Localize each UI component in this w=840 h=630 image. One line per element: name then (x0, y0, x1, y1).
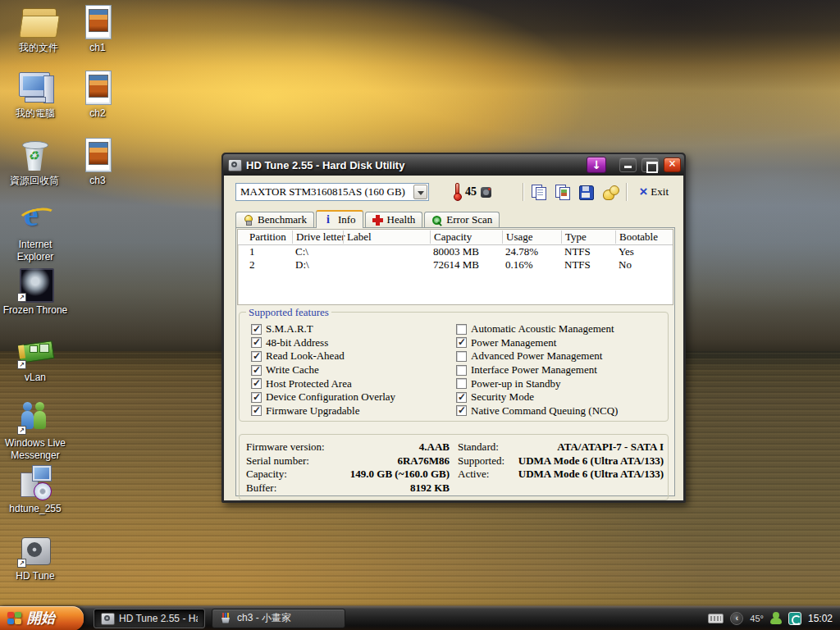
column-header[interactable]: Bootable (615, 231, 673, 244)
checkbox[interactable] (251, 324, 262, 335)
feature-item[interactable]: Firmware Upgradable (251, 404, 456, 418)
tab-icon (323, 215, 334, 226)
detail-value: 8192 KB (410, 482, 450, 495)
desktop-icon[interactable]: Internet Explorer (5, 202, 66, 263)
feature-item[interactable]: Native Command Queuing (NCQ) (456, 404, 618, 418)
taskbar: 開始 HD Tune 2.55 - Hard ... ch3 - 小畫家 ‹ 4… (0, 605, 840, 630)
column-header[interactable]: Partition (246, 231, 292, 244)
feature-label: Advanced Power Management (471, 349, 602, 363)
detail-row: Firmware version: 4.AAB (246, 441, 450, 454)
shortcut-arrow-icon (17, 293, 26, 302)
table-row[interactable]: 1 C:\ 80003 MB 24.78% NTFS Yes (238, 245, 673, 258)
desktop-icon-image (16, 335, 54, 369)
checkbox[interactable] (456, 324, 467, 335)
feature-label: Interface Power Management (471, 363, 597, 377)
save-screenshot-button[interactable] (578, 184, 595, 200)
taskbar-task[interactable]: ch3 - 小畫家 (212, 609, 345, 628)
web-button[interactable] (602, 184, 619, 200)
feature-label: Read Look-Ahead (266, 349, 345, 363)
desktop-icon[interactable]: hdtune_255 (2, 466, 69, 515)
detail-value: 149.0 GB (~160.0 GB) (350, 468, 450, 481)
tab[interactable]: Health (365, 212, 423, 227)
shortcut-arrow-icon (17, 426, 26, 435)
feature-item[interactable]: Power Management (456, 336, 618, 350)
thermometer-icon (454, 183, 460, 201)
detail-row: Capacity: 149.0 GB (~160.0 GB) (246, 468, 450, 482)
detail-label: Standard: (458, 441, 499, 454)
toolbar: Exit (523, 183, 673, 201)
checkbox[interactable] (456, 378, 467, 389)
column-header[interactable]: Type (561, 231, 615, 244)
feature-item[interactable]: Write Cache (251, 363, 456, 377)
desktop-icon[interactable]: ch2 (67, 71, 128, 120)
update-download-button[interactable] (587, 157, 606, 173)
detail-row: Standard: ATA/ATAPI-7 - SATA I (458, 441, 664, 454)
hdtune-window: HD Tune 2.55 - Hard Disk Utility MAXTOR … (221, 153, 686, 503)
checkbox[interactable] (456, 405, 467, 416)
tab[interactable]: Benchmark (235, 212, 314, 227)
desktop-icon[interactable]: 我的電腦 (5, 71, 66, 120)
desktop-icon[interactable]: 我的文件 (8, 5, 69, 54)
checkbox[interactable] (251, 392, 262, 403)
checkbox[interactable] (456, 392, 467, 403)
column-header[interactable]: Capacity (430, 231, 502, 244)
checkbox[interactable] (456, 365, 467, 376)
taskbar-task[interactable]: HD Tune 2.55 - Hard ... (94, 609, 205, 628)
feature-item[interactable]: Host Protected Area (251, 377, 456, 390)
feature-item[interactable]: 48-bit Address (251, 336, 456, 350)
feature-item[interactable]: Read Look-Ahead (251, 349, 456, 363)
tab-icon (372, 215, 383, 226)
desktop-icon-label: ch1 (89, 42, 105, 54)
feature-item[interactable]: Security Mode (456, 390, 618, 404)
checkbox[interactable] (251, 337, 262, 348)
messenger-tray-icon[interactable] (770, 612, 782, 624)
feature-label: S.M.A.R.T (266, 322, 313, 336)
desktop-icon-label: Internet Explorer (5, 239, 66, 263)
keyboard-layout-icon[interactable] (708, 614, 724, 623)
desktop-icon[interactable]: HD Tune (5, 533, 66, 582)
desktop-icon[interactable]: vLan (5, 335, 66, 384)
drive-select[interactable]: MAXTOR STM3160815AS (160 GB) (235, 183, 429, 201)
close-button[interactable] (664, 158, 681, 172)
maximize-button[interactable] (641, 158, 659, 172)
hide-icons-chevron[interactable]: ‹ (730, 612, 743, 625)
partition-table[interactable]: PartitionDrive letterLabelCapacityUsageT… (237, 229, 673, 305)
table-row[interactable]: 2 D:\ 72614 MB 0.16% NTFS No (238, 258, 673, 272)
column-header[interactable]: Drive letter (292, 231, 343, 244)
copy-image-button[interactable] (555, 184, 571, 200)
checkbox[interactable] (251, 365, 262, 376)
app-tray-icon[interactable] (788, 612, 801, 625)
tab[interactable]: Info (316, 210, 363, 228)
checkbox[interactable] (251, 405, 262, 416)
checkbox[interactable] (251, 378, 262, 389)
desktop-icon[interactable]: ch1 (67, 5, 128, 54)
checkbox[interactable] (456, 337, 467, 348)
desktop-icon[interactable]: Frozen Throne (0, 267, 71, 317)
desktop-icon[interactable]: 資源回收筒 (0, 138, 69, 187)
chevron-down-icon[interactable] (413, 185, 427, 199)
info-tab-page: PartitionDrive letterLabelCapacityUsageT… (235, 227, 675, 496)
feature-item[interactable]: Interface Power Management (456, 363, 618, 377)
checkbox[interactable] (251, 351, 262, 362)
exit-label: Exit (651, 185, 669, 199)
title-bar[interactable]: HD Tune 2.55 - Hard Disk Utility (223, 154, 684, 176)
tab-label: Benchmark (258, 213, 307, 226)
feature-item[interactable]: Power-up in Standby (456, 377, 618, 390)
minimize-button[interactable] (619, 158, 637, 172)
exit-button[interactable]: Exit (634, 184, 673, 200)
column-header[interactable]: Label (343, 231, 430, 244)
column-header[interactable]: Usage (502, 231, 561, 244)
desktop-icon[interactable]: ch3 (67, 138, 128, 187)
feature-item[interactable]: Device Configuration Overlay (251, 390, 456, 404)
desktop-icon[interactable]: Windows Live Messenger (0, 400, 71, 462)
feature-item[interactable]: Advanced Power Management (456, 349, 618, 363)
tab[interactable]: Error Scan (424, 212, 500, 227)
feature-item[interactable]: S.M.A.R.T (251, 322, 456, 336)
start-button[interactable]: 開始 (0, 606, 84, 630)
copy-text-button[interactable] (531, 184, 547, 200)
feature-item[interactable]: Automatic Acoustic Management (456, 322, 618, 336)
checkbox[interactable] (456, 351, 467, 362)
task-buttons: HD Tune 2.55 - Hard ... ch3 - 小畫家 (94, 609, 345, 628)
feature-label: Automatic Acoustic Management (471, 322, 614, 336)
detail-label: Serial number: (246, 454, 309, 468)
